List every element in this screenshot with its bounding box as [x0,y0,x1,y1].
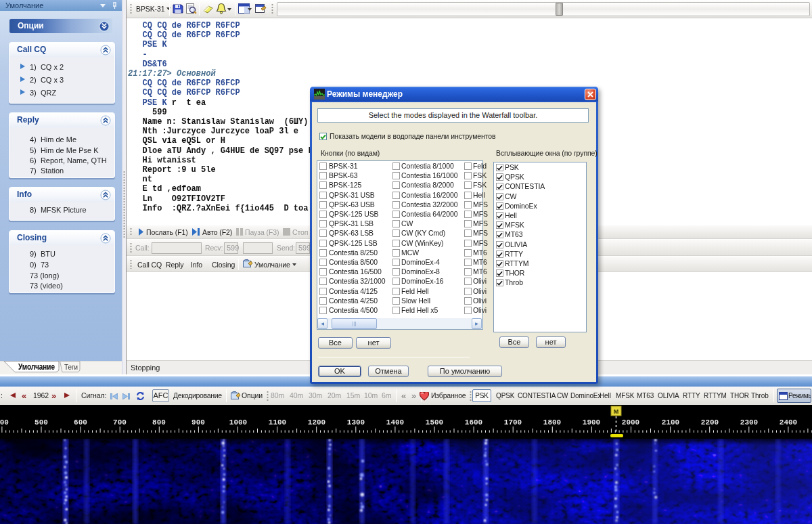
svg-text:1900: 1900 [583,418,600,427]
svg-text:1400: 1400 [386,418,404,427]
svg-text:2200: 2200 [701,418,719,427]
svg-text:Умолчание: Умолчание [18,362,55,372]
svg-text:800: 800 [152,418,166,427]
svg-text:1700: 1700 [504,418,522,427]
svg-text:700: 700 [113,418,127,427]
svg-text:Теги: Теги [64,363,78,371]
svg-text:600: 600 [74,418,87,427]
svg-text:500: 500 [35,418,48,427]
svg-text:1800: 1800 [543,418,561,427]
svg-text:2400: 2400 [780,418,797,427]
svg-text:2100: 2100 [662,418,679,427]
svg-text:1000: 1000 [229,418,247,427]
svg-text:400: 400 [0,418,9,427]
svg-text:2300: 2300 [740,418,758,427]
svg-text:1500: 1500 [426,418,443,427]
svg-text:1200: 1200 [308,418,325,427]
svg-text:2000: 2000 [622,418,639,427]
svg-text:M: M [614,408,619,415]
svg-text:900: 900 [191,418,205,427]
svg-text:1600: 1600 [465,418,482,427]
svg-text:1300: 1300 [347,418,365,427]
svg-text:1100: 1100 [269,418,286,427]
